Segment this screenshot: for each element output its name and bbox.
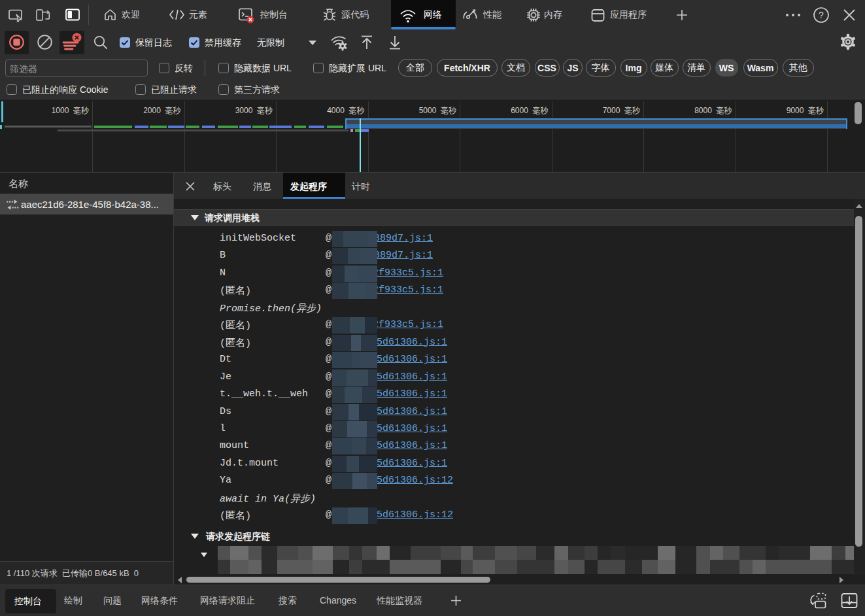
svg-text:?: ?: [819, 10, 824, 20]
